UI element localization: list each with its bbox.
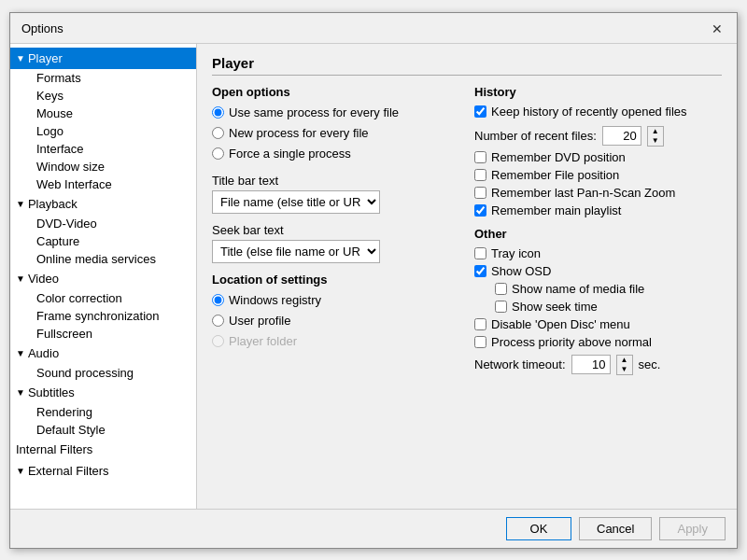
expand-arrow-player: ▼ (16, 53, 25, 63)
other-checkbox-group: Tray icon Show OSD Show name of media fi… (474, 246, 722, 349)
checkbox-remember-pan-input[interactable] (474, 187, 486, 199)
checkbox-process-priority-input[interactable] (474, 336, 486, 348)
left-column: Open options Use same process for every … (212, 85, 459, 375)
checkbox-keep-history-input[interactable] (474, 105, 486, 118)
sidebar-item-interface[interactable]: Interface (10, 140, 196, 158)
network-timeout-up-button[interactable]: ▲ (617, 356, 632, 365)
sidebar-item-keys[interactable]: Keys (10, 87, 196, 105)
checkbox-remember-file[interactable]: Remember File position (474, 168, 722, 182)
spinner-down-button[interactable]: ▼ (648, 136, 663, 146)
sidebar-label-video: Video (28, 272, 59, 286)
num-recent-group: Number of recent files: ▲ ▼ (474, 126, 722, 147)
sidebar-item-formats[interactable]: Formats (10, 69, 196, 87)
radio-same-process[interactable]: Use same process for every file (212, 105, 459, 121)
checkbox-remember-dvd-label: Remember DVD position (491, 150, 626, 164)
network-timeout-down-button[interactable]: ▼ (617, 365, 632, 374)
radio-same-process-input[interactable] (212, 106, 224, 119)
ok-button[interactable]: OK (506, 517, 571, 540)
sidebar-label-externalfilters: External Filters (28, 464, 109, 478)
checkbox-disable-open-disc-input[interactable] (474, 318, 486, 330)
checkbox-show-name-label: Show name of media file (512, 282, 644, 296)
sidebar-item-fullscreen[interactable]: Fullscreen (10, 325, 196, 343)
sidebar-item-internalfilters[interactable]: Internal Filters (10, 439, 196, 460)
checkbox-remember-playlist[interactable]: Remember main playlist (474, 203, 722, 217)
sidebar-item-subtitles[interactable]: ▼ Subtitles (10, 382, 196, 403)
apply-button[interactable]: Apply (659, 517, 726, 540)
radio-registry[interactable]: Windows registry (212, 292, 459, 309)
checkbox-remember-pan[interactable]: Remember last Pan-n-Scan Zoom (474, 186, 722, 200)
checkbox-show-seek-label: Show seek time (512, 300, 598, 314)
sidebar-label-rendering: Rendering (10, 403, 96, 421)
radio-force-single[interactable]: Force a single process (212, 146, 459, 162)
checkbox-remember-playlist-input[interactable] (474, 204, 486, 217)
sidebar-item-defaultstyle[interactable]: Default Style (10, 421, 196, 439)
sidebar-item-onlinemedia[interactable]: Online media services (10, 250, 196, 268)
sidebar-item-externalfilters[interactable]: ▼ External Filters (10, 460, 196, 482)
radio-new-process-label: New process for every file (229, 125, 369, 142)
radio-userprofile[interactable]: User profile (212, 313, 459, 329)
sidebar-item-playback[interactable]: ▼ Playback (10, 193, 196, 215)
network-timeout-input[interactable] (571, 355, 611, 374)
cancel-button[interactable]: Cancel (579, 517, 652, 540)
title-bar-text-label: Title bar text (212, 174, 459, 188)
sidebar-item-logo[interactable]: Logo (10, 122, 196, 140)
sidebar-item-player[interactable]: ▼ Player (10, 48, 196, 69)
checkbox-show-osd-input[interactable] (474, 265, 486, 277)
spinner-up-button[interactable]: ▲ (648, 127, 663, 136)
sidebar-item-windowsize[interactable]: Window size (10, 158, 196, 175)
sidebar-label-capture: Capture (10, 232, 83, 250)
sidebar-item-mouse[interactable]: Mouse (10, 105, 196, 122)
checkbox-disable-open-disc[interactable]: Disable 'Open Disc' menu (474, 317, 722, 331)
sidebar-label-windowsize: Window size (10, 158, 108, 175)
checkbox-show-name[interactable]: Show name of media file (474, 282, 722, 296)
checkbox-show-osd[interactable]: Show OSD (474, 264, 722, 278)
sidebar-item-soundprocessing[interactable]: Sound processing (10, 364, 196, 382)
sidebar-label-player: Player (28, 51, 63, 65)
num-recent-input[interactable] (602, 126, 641, 146)
checkbox-show-seek-input[interactable] (495, 301, 507, 313)
checkbox-keep-history[interactable]: Keep history of recently opened files (474, 105, 722, 119)
sidebar-item-capture[interactable]: Capture (10, 232, 196, 250)
other-section-label: Other (474, 227, 722, 241)
radio-same-process-label: Use same process for every file (229, 105, 399, 121)
radio-force-single-input[interactable] (212, 147, 224, 160)
content-columns: Open options Use same process for every … (212, 85, 722, 375)
title-bar-text-select[interactable]: File name (else title or URL) (212, 190, 380, 214)
sidebar-label-dvdvideo: DVD-Video (10, 215, 101, 232)
radio-userprofile-input[interactable] (212, 315, 224, 327)
checkbox-tray-icon-label: Tray icon (491, 246, 541, 260)
checkbox-tray-icon-input[interactable] (474, 247, 486, 259)
checkbox-process-priority[interactable]: Process priority above normal (474, 335, 722, 349)
checkbox-remember-file-input[interactable] (474, 169, 486, 181)
seek-bar-text-group: Seek bar text Title (else file name or U… (212, 223, 459, 263)
seek-bar-text-select[interactable]: Title (else file name or URL) (212, 240, 380, 263)
sidebar-item-framesync[interactable]: Frame synchronization (10, 307, 196, 325)
sidebar-item-colorcorrection[interactable]: Color correction (10, 289, 196, 307)
checkbox-show-name-input[interactable] (495, 283, 507, 295)
sidebar-label-playback: Playback (28, 197, 78, 211)
radio-new-process-input[interactable] (212, 127, 224, 139)
close-button[interactable]: ✕ (709, 21, 726, 37)
checkbox-show-seek[interactable]: Show seek time (474, 300, 722, 314)
content-area: Player Open options Use same process for… (197, 44, 737, 509)
radio-new-process[interactable]: New process for every file (212, 125, 459, 142)
checkbox-remember-file-label: Remember File position (491, 168, 619, 182)
checkbox-tray-icon[interactable]: Tray icon (474, 246, 722, 260)
sidebar-label-framesync: Frame synchronization (10, 307, 163, 325)
sidebar-item-video[interactable]: ▼ Video (10, 268, 196, 289)
sidebar-item-webinterface[interactable]: Web Interface (10, 175, 196, 193)
sidebar-label-logo: Logo (10, 122, 67, 140)
checkbox-keep-history-label: Keep history of recently opened files (491, 105, 687, 119)
seek-bar-text-label: Seek bar text (212, 223, 459, 237)
radio-playerfolder-label: Player folder (229, 333, 297, 350)
checkbox-remember-dvd[interactable]: Remember DVD position (474, 150, 722, 164)
checkbox-remember-dvd-input[interactable] (474, 151, 486, 163)
radio-registry-input[interactable] (212, 294, 224, 306)
sidebar-item-rendering[interactable]: Rendering (10, 403, 196, 421)
radio-force-single-label: Force a single process (229, 146, 351, 162)
expand-arrow-externalfilters: ▼ (16, 466, 25, 476)
dialog-body: ▼ Player Formats Keys Mouse Logo Interfa… (10, 44, 737, 509)
sidebar-item-audio[interactable]: ▼ Audio (10, 343, 196, 364)
sidebar-item-dvdvideo[interactable]: DVD-Video (10, 215, 196, 232)
sidebar: ▼ Player Formats Keys Mouse Logo Interfa… (10, 44, 197, 509)
